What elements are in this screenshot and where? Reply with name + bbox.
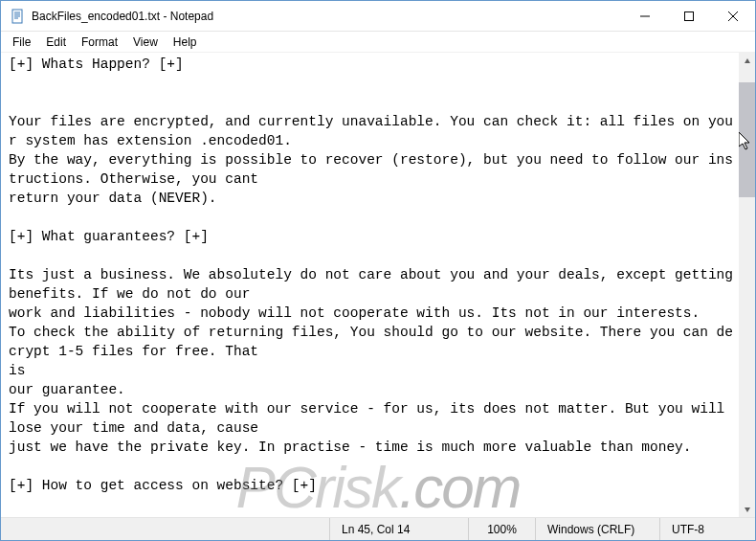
menu-format[interactable]: Format <box>74 34 125 51</box>
menubar: File Edit Format View Help <box>1 32 755 53</box>
scrollbar-track[interactable] <box>739 69 755 501</box>
svg-marker-9 <box>745 58 750 63</box>
menu-file[interactable]: File <box>5 34 38 51</box>
close-button[interactable] <box>711 1 755 32</box>
editor-area: [+] Whats Happen? [+] Your files are enc… <box>1 53 755 517</box>
scroll-up-button[interactable] <box>739 53 755 69</box>
notepad-window: BackFiles_encoded01.txt - Notepad File E… <box>0 0 756 541</box>
menu-edit[interactable]: Edit <box>38 34 74 51</box>
vertical-scrollbar[interactable] <box>739 53 755 517</box>
text-content[interactable]: [+] Whats Happen? [+] Your files are enc… <box>1 53 739 517</box>
window-title: BackFiles_encoded01.txt - Notepad <box>32 10 623 23</box>
statusbar: Ln 45, Col 14 100% Windows (CRLF) UTF-8 <box>1 517 755 540</box>
menu-view[interactable]: View <box>125 34 166 51</box>
status-position: Ln 45, Col 14 <box>329 518 468 540</box>
titlebar[interactable]: BackFiles_encoded01.txt - Notepad <box>1 1 755 32</box>
status-lineending: Windows (CRLF) <box>535 518 659 540</box>
svg-marker-10 <box>745 507 750 512</box>
svg-rect-6 <box>685 11 694 20</box>
scrollbar-thumb[interactable] <box>739 82 755 197</box>
notepad-icon <box>11 9 26 24</box>
status-encoding: UTF-8 <box>659 518 755 540</box>
menu-help[interactable]: Help <box>166 34 205 51</box>
maximize-button[interactable] <box>667 1 711 32</box>
status-zoom: 100% <box>468 518 535 540</box>
scroll-down-button[interactable] <box>739 501 755 517</box>
minimize-button[interactable] <box>623 1 667 32</box>
